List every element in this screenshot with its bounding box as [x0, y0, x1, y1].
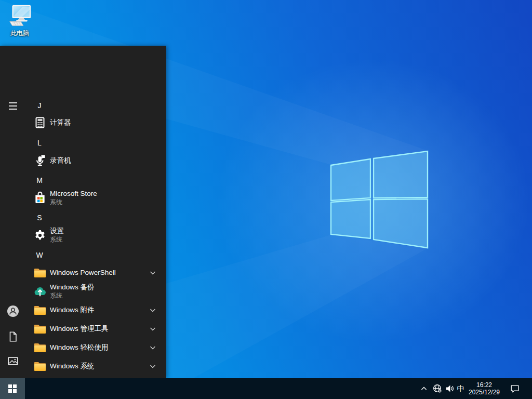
settings-gear-icon [33, 229, 47, 242]
voice-recorder-icon [33, 154, 47, 167]
start-button[interactable] [0, 378, 25, 399]
folder-windows-admin-tools[interactable]: Windows 管理工具 [0, 320, 166, 338]
app-windows-backup[interactable]: Windows 备份 系统 [0, 280, 166, 303]
app-voice-recorder[interactable]: 录音机 [0, 151, 166, 170]
windows-start-icon [8, 384, 17, 393]
chevron-down-icon[interactable] [149, 343, 157, 352]
folder-windows-system[interactable]: Windows 系统 [0, 357, 166, 376]
start-menu: J 计算器 L [0, 46, 166, 378]
section-header-W[interactable]: W [0, 246, 166, 264]
time-label: 16:22 [476, 381, 492, 389]
speaker-icon [445, 384, 455, 393]
folder-icon [33, 266, 47, 280]
ime-indicator[interactable]: 中 [455, 378, 467, 399]
app-settings[interactable]: 设置 系统 [0, 224, 166, 247]
section-header-J[interactable]: J [0, 96, 166, 115]
clock[interactable]: 16:22 2025/12/29 [467, 378, 502, 399]
notification-icon [510, 383, 520, 394]
cloud-backup-icon [33, 285, 47, 298]
chevron-down-icon[interactable] [149, 269, 157, 277]
taskbar: 中 16:22 2025/12/29 [0, 378, 532, 399]
date-label: 2025/12/29 [469, 389, 500, 396]
network-status-button[interactable] [431, 378, 443, 399]
app-calculator[interactable]: 计算器 [0, 113, 166, 132]
chevron-down-icon[interactable] [149, 362, 157, 370]
chevron-down-icon[interactable] [149, 306, 157, 314]
hidden-icons-chevron[interactable] [418, 378, 430, 399]
this-pc-desktop-icon[interactable]: 此电脑 [3, 4, 36, 38]
volume-button[interactable] [444, 378, 456, 399]
chevron-up-icon [420, 384, 428, 393]
chevron-down-icon[interactable] [149, 325, 157, 333]
folder-windows-powershell[interactable]: Windows PowerShell [0, 263, 166, 282]
folder-icon [33, 322, 47, 336]
folder-icon [33, 360, 47, 373]
computer-icon [8, 4, 32, 28]
folder-windows-ease-of-access[interactable]: Windows 轻松使用 [0, 338, 166, 357]
action-center-button[interactable] [507, 378, 523, 399]
folder-windows-accessories[interactable]: Windows 附件 [0, 301, 166, 320]
desktop-icon-label: 此电脑 [10, 29, 29, 38]
folder-icon [33, 341, 47, 354]
folder-icon [33, 303, 47, 317]
calculator-icon [33, 116, 47, 129]
microsoft-store-icon [33, 191, 47, 205]
app-microsoft-store[interactable]: Microsoft Store 系统 [0, 187, 166, 209]
section-header-L[interactable]: L [0, 134, 166, 152]
globe-no-internet-icon [433, 384, 442, 393]
